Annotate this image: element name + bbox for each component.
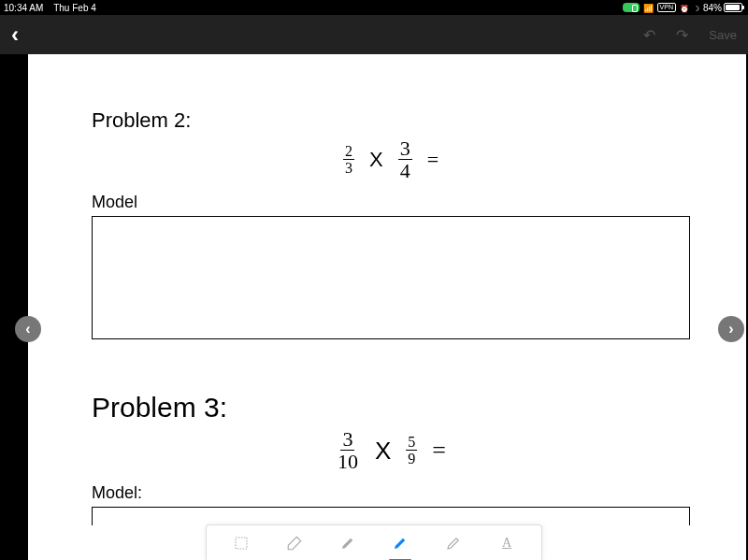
highlighter-tool[interactable] <box>435 529 472 557</box>
p2-model-box[interactable] <box>92 216 690 339</box>
p3-equals: = <box>432 437 446 465</box>
redo-button[interactable]: ↷ <box>676 26 688 44</box>
p2-equals: = <box>427 148 439 172</box>
p3-frac2-num: 5 <box>406 435 417 451</box>
document-page[interactable]: Problem 2: 2 3 X 3 4 = Model Problem 3: … <box>28 54 746 560</box>
problem-2-title: Problem 2: <box>92 108 690 133</box>
p3-operator: X <box>375 437 391 466</box>
problem-3-title: Problem 3: <box>92 392 690 424</box>
p3-model-label: Model: <box>92 483 690 503</box>
drawing-toolbar: A <box>206 524 542 560</box>
status-date: Thu Feb 4 <box>53 3 96 13</box>
p3-model-box[interactable] <box>92 507 690 525</box>
battery-percent: 84% <box>703 3 722 13</box>
text-icon: A <box>502 536 511 551</box>
p3-frac1-den: 10 <box>336 451 360 472</box>
dnd-icon <box>693 3 699 13</box>
highlighter-icon <box>445 535 462 552</box>
p2-frac2-num: 3 <box>398 138 412 160</box>
camera-indicator <box>623 3 640 12</box>
text-tool[interactable]: A <box>488 529 525 557</box>
status-time: 10:34 AM <box>4 3 43 13</box>
prev-page-button[interactable]: ‹ <box>15 316 41 342</box>
p2-frac1-num: 2 <box>343 144 354 160</box>
undo-button[interactable]: ↶ <box>643 26 655 44</box>
save-button[interactable]: Save <box>709 28 737 42</box>
pen-tool-2[interactable] <box>381 529 419 557</box>
svg-rect-0 <box>236 538 247 549</box>
alarm-icon <box>680 3 689 13</box>
vpn-indicator: VPN <box>657 3 676 12</box>
pen-icon <box>339 535 356 552</box>
p3-frac2-den: 9 <box>406 451 417 467</box>
p2-frac2-den: 4 <box>398 160 412 181</box>
app-bar: ‹ ↶ ↷ Save <box>0 15 748 54</box>
wifi-icon <box>643 3 654 13</box>
eraser-icon <box>286 535 303 552</box>
problem-2-equation: 2 3 X 3 4 = <box>92 138 690 181</box>
status-bar: 10:34 AM Thu Feb 4 VPN 84% <box>0 0 748 15</box>
p2-model-label: Model <box>92 193 690 212</box>
select-tool[interactable] <box>223 529 260 557</box>
problem-3-equation: 3 10 X 5 9 = <box>92 429 690 472</box>
document-stage: ‹ › Problem 2: 2 3 X 3 4 = Model Problem… <box>0 54 748 560</box>
pen-tool-1[interactable] <box>329 529 367 557</box>
selection-icon <box>233 535 250 552</box>
p3-frac1-num: 3 <box>340 429 354 451</box>
battery-icon <box>724 3 742 12</box>
p2-frac1-den: 3 <box>343 160 354 176</box>
next-page-button[interactable]: › <box>718 316 744 342</box>
pen-icon <box>392 535 409 552</box>
back-button[interactable]: ‹ <box>11 22 19 48</box>
eraser-tool[interactable] <box>276 529 313 557</box>
p2-operator: X <box>369 148 383 172</box>
